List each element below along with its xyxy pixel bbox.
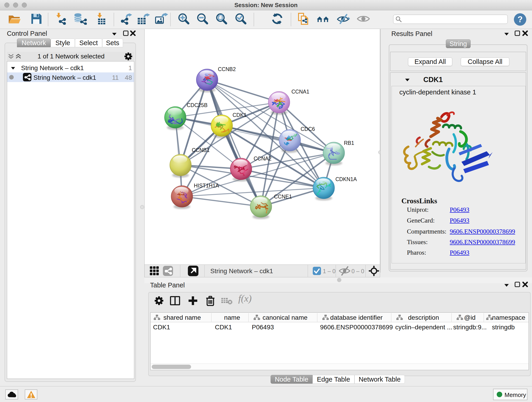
svg-text:CDC25B: CDC25B [187,102,208,108]
svg-text:CCNA2: CCNA2 [254,156,272,162]
svg-text:?: ? [518,15,523,24]
svg-text:CCNA1: CCNA1 [291,89,309,95]
svg-text:CCNE1: CCNE1 [274,194,292,200]
svg-text:CDKN1A: CDKN1A [336,176,357,182]
svg-text:CCNB1: CCNB1 [192,147,210,153]
svg-text:RB1: RB1 [344,140,354,146]
svg-text:CCNB2: CCNB2 [218,66,236,72]
svg-text:HIST1H1A: HIST1H1A [194,183,219,189]
svg-text:CDK1: CDK1 [233,112,247,118]
svg-text:CDC6: CDC6 [301,126,315,132]
